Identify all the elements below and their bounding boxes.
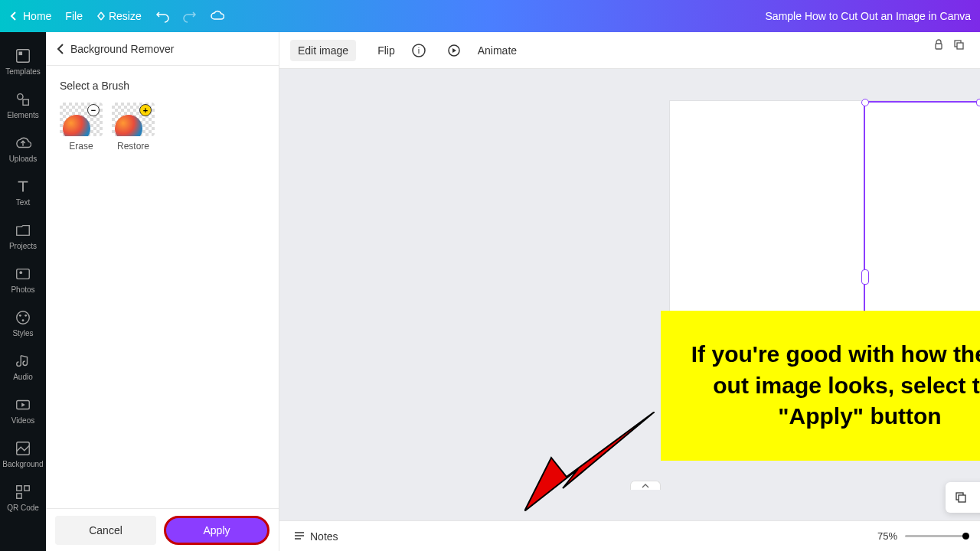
brush-restore[interactable]: + Restore: [112, 103, 155, 152]
annotation-callout: If you're good with how the cut out imag…: [661, 311, 980, 461]
resize-button[interactable]: Resize: [96, 10, 142, 22]
svg-rect-18: [936, 44, 942, 49]
svg-rect-12: [17, 486, 21, 491]
apply-button[interactable]: Apply: [164, 516, 270, 545]
page-collapse-toggle[interactable]: [630, 481, 661, 490]
styles-icon: [15, 309, 31, 326]
erase-label: Erase: [69, 141, 93, 152]
flip-button[interactable]: Flip: [370, 40, 403, 61]
label: QR Code: [7, 504, 39, 512]
background-icon: [15, 440, 31, 457]
notes-label: Notes: [310, 530, 338, 543]
document-title[interactable]: Sample How to Cut Out an Image in Canva: [766, 10, 971, 22]
sidebar-background[interactable]: Background: [0, 432, 46, 476]
svg-rect-0: [17, 50, 30, 63]
restore-label: Restore: [117, 141, 149, 152]
chevron-left-icon: [9, 11, 18, 21]
plus-badge: +: [139, 104, 152, 116]
cancel-button[interactable]: Cancel: [55, 516, 156, 545]
svg-rect-3: [23, 99, 28, 105]
notes-button[interactable]: Notes: [293, 530, 338, 543]
top-bar: Home File Resize Sample How to Cut Out a…: [0, 0, 980, 32]
label: Photos: [11, 285, 34, 294]
sidebar-text[interactable]: Text: [0, 171, 46, 214]
redo-icon[interactable]: [183, 9, 197, 23]
brush-section-title: Select a Brush: [60, 80, 265, 92]
label: Projects: [9, 242, 37, 250]
sidebar-audio[interactable]: Audio: [0, 345, 46, 389]
side-panel: Background Remover Select a Brush − Eras…: [46, 32, 279, 551]
file-menu[interactable]: File: [65, 10, 83, 22]
chevron-up-icon: [642, 484, 649, 488]
label: Styles: [12, 329, 33, 337]
svg-point-6: [17, 311, 30, 324]
svg-point-7: [19, 315, 21, 317]
videos-icon: [15, 396, 31, 413]
svg-rect-14: [17, 494, 21, 498]
sidebar-qrcode[interactable]: QR Code: [0, 476, 46, 520]
delete-button[interactable]: [975, 487, 980, 508]
panel-header[interactable]: Background Remover: [46, 32, 279, 66]
photos-icon: [15, 266, 31, 282]
sidebar-elements[interactable]: Elements: [0, 83, 46, 127]
sidebar-styles[interactable]: Styles: [0, 302, 46, 345]
resize-icon: [96, 11, 106, 21]
qrcode-icon: [15, 484, 31, 500]
zoom-thumb[interactable]: [962, 533, 969, 540]
audio-icon: [15, 353, 31, 370]
label: Templates: [5, 67, 41, 76]
sidebar-photos[interactable]: Photos: [0, 258, 46, 302]
svg-point-8: [24, 315, 27, 317]
panel-title: Background Remover: [70, 43, 174, 55]
erase-thumb: −: [60, 103, 103, 136]
svg-point-2: [18, 94, 23, 99]
svg-text:i: i: [417, 46, 419, 55]
home-label: Home: [23, 10, 51, 22]
cloud-sync-icon[interactable]: [211, 9, 224, 23]
left-icon-bar: Templates Elements Uploads Text Projects…: [0, 32, 46, 551]
resize-handle[interactable]: [861, 99, 869, 106]
label: Text: [16, 198, 30, 207]
zoom-value[interactable]: 75%: [877, 530, 897, 542]
resize-label: Resize: [109, 10, 142, 22]
animate-icon: [447, 44, 461, 57]
animate-button[interactable]: Animate: [470, 40, 524, 61]
zoom-slider[interactable]: [905, 535, 966, 537]
chevron-left-icon: [57, 44, 64, 54]
bottom-bar: Notes 75%: [279, 520, 980, 551]
annotation-arrow: [524, 412, 655, 511]
resize-handle[interactable]: [976, 99, 980, 106]
svg-point-9: [22, 319, 24, 321]
label: Elements: [7, 111, 39, 119]
brush-erase[interactable]: − Erase: [60, 103, 103, 152]
sidebar-templates[interactable]: Templates: [0, 40, 46, 83]
label: Background: [2, 460, 43, 468]
minus-badge: −: [87, 104, 100, 116]
info-icon[interactable]: i: [412, 44, 426, 57]
notes-icon: [293, 530, 305, 543]
duplicate-icon: [955, 491, 967, 504]
sidebar-projects[interactable]: Projects: [0, 214, 46, 258]
canvas-area: Edit image Flip i Animate: [279, 32, 980, 551]
elements-icon: [15, 91, 31, 108]
uploads-icon: [15, 135, 31, 152]
sidebar-uploads[interactable]: Uploads: [0, 127, 46, 171]
projects-icon: [15, 222, 31, 239]
float-toolbar: [946, 482, 980, 513]
svg-rect-4: [17, 269, 30, 279]
callout-text: If you're good with how the cut out imag…: [676, 339, 980, 432]
back-home[interactable]: Home: [9, 10, 51, 22]
edit-image-button[interactable]: Edit image: [290, 40, 356, 61]
copy-icon[interactable]: [952, 38, 965, 51]
svg-point-5: [19, 271, 22, 274]
duplicate-button[interactable]: [950, 487, 972, 508]
label: Uploads: [9, 155, 38, 163]
label: Videos: [11, 416, 34, 425]
sidebar-videos[interactable]: Videos: [0, 389, 46, 432]
svg-rect-13: [24, 486, 29, 491]
undo-icon[interactable]: [155, 9, 169, 23]
canvas-stage[interactable]: If you're good with how the cut out imag…: [279, 69, 980, 520]
text-icon: [15, 178, 31, 195]
resize-handle[interactable]: [861, 269, 869, 285]
lock-icon[interactable]: [933, 38, 945, 51]
